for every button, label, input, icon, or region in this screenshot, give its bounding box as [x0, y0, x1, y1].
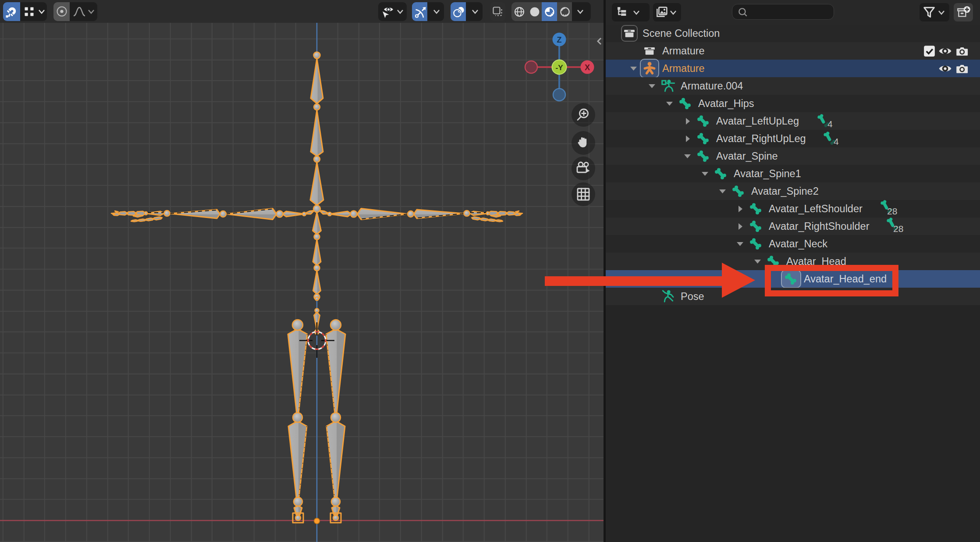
svg-text:X: X	[585, 63, 590, 72]
svg-text:-Y: -Y	[556, 64, 564, 72]
svg-text:Z: Z	[557, 36, 562, 44]
